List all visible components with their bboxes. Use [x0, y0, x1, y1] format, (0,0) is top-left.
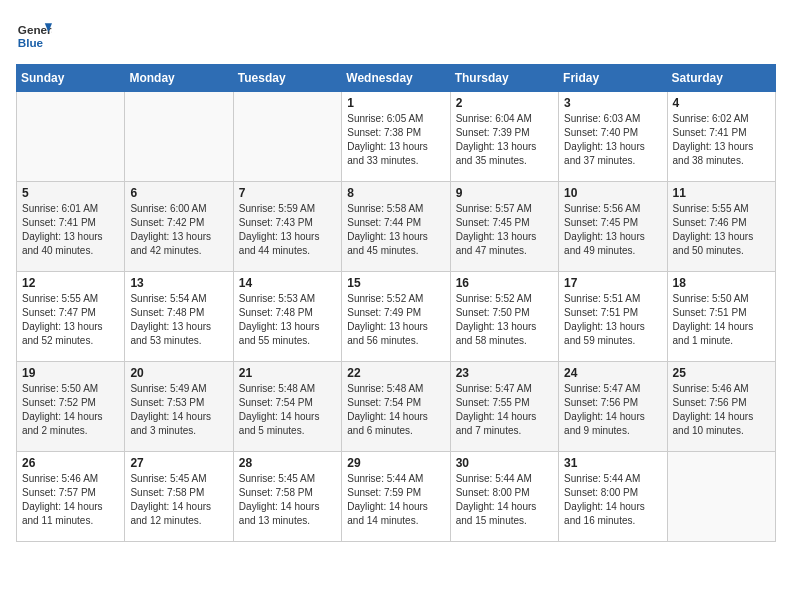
day-info: Sunrise: 5:50 AM Sunset: 7:52 PM Dayligh…: [22, 382, 119, 438]
day-number: 13: [130, 276, 227, 290]
calendar-cell: 20Sunrise: 5:49 AM Sunset: 7:53 PM Dayli…: [125, 362, 233, 452]
calendar-cell: 2Sunrise: 6:04 AM Sunset: 7:39 PM Daylig…: [450, 92, 558, 182]
calendar-cell: 4Sunrise: 6:02 AM Sunset: 7:41 PM Daylig…: [667, 92, 775, 182]
day-number: 1: [347, 96, 444, 110]
day-info: Sunrise: 6:05 AM Sunset: 7:38 PM Dayligh…: [347, 112, 444, 168]
calendar-cell: 22Sunrise: 5:48 AM Sunset: 7:54 PM Dayli…: [342, 362, 450, 452]
day-info: Sunrise: 5:47 AM Sunset: 7:55 PM Dayligh…: [456, 382, 553, 438]
day-number: 17: [564, 276, 661, 290]
header-tuesday: Tuesday: [233, 65, 341, 92]
day-info: Sunrise: 5:45 AM Sunset: 7:58 PM Dayligh…: [239, 472, 336, 528]
day-info: Sunrise: 5:44 AM Sunset: 8:00 PM Dayligh…: [564, 472, 661, 528]
calendar-cell: 13Sunrise: 5:54 AM Sunset: 7:48 PM Dayli…: [125, 272, 233, 362]
day-number: 26: [22, 456, 119, 470]
calendar-cell: 14Sunrise: 5:53 AM Sunset: 7:48 PM Dayli…: [233, 272, 341, 362]
day-number: 4: [673, 96, 770, 110]
day-number: 8: [347, 186, 444, 200]
calendar-cell: 11Sunrise: 5:55 AM Sunset: 7:46 PM Dayli…: [667, 182, 775, 272]
day-number: 6: [130, 186, 227, 200]
calendar-cell: 12Sunrise: 5:55 AM Sunset: 7:47 PM Dayli…: [17, 272, 125, 362]
calendar-cell: 25Sunrise: 5:46 AM Sunset: 7:56 PM Dayli…: [667, 362, 775, 452]
calendar-cell: 16Sunrise: 5:52 AM Sunset: 7:50 PM Dayli…: [450, 272, 558, 362]
calendar-cell: 30Sunrise: 5:44 AM Sunset: 8:00 PM Dayli…: [450, 452, 558, 542]
day-number: 2: [456, 96, 553, 110]
day-info: Sunrise: 5:54 AM Sunset: 7:48 PM Dayligh…: [130, 292, 227, 348]
calendar-cell: 23Sunrise: 5:47 AM Sunset: 7:55 PM Dayli…: [450, 362, 558, 452]
day-info: Sunrise: 5:53 AM Sunset: 7:48 PM Dayligh…: [239, 292, 336, 348]
day-number: 5: [22, 186, 119, 200]
day-info: Sunrise: 6:00 AM Sunset: 7:42 PM Dayligh…: [130, 202, 227, 258]
calendar-cell: 10Sunrise: 5:56 AM Sunset: 7:45 PM Dayli…: [559, 182, 667, 272]
calendar-cell: 15Sunrise: 5:52 AM Sunset: 7:49 PM Dayli…: [342, 272, 450, 362]
calendar-week-row: 5Sunrise: 6:01 AM Sunset: 7:41 PM Daylig…: [17, 182, 776, 272]
day-info: Sunrise: 5:48 AM Sunset: 7:54 PM Dayligh…: [239, 382, 336, 438]
day-number: 19: [22, 366, 119, 380]
day-number: 18: [673, 276, 770, 290]
page-header: General Blue: [16, 16, 776, 52]
calendar-header-row: SundayMondayTuesdayWednesdayThursdayFrid…: [17, 65, 776, 92]
header-friday: Friday: [559, 65, 667, 92]
day-info: Sunrise: 5:52 AM Sunset: 7:49 PM Dayligh…: [347, 292, 444, 348]
day-info: Sunrise: 5:59 AM Sunset: 7:43 PM Dayligh…: [239, 202, 336, 258]
day-number: 27: [130, 456, 227, 470]
svg-text:Blue: Blue: [18, 36, 44, 49]
calendar-week-row: 19Sunrise: 5:50 AM Sunset: 7:52 PM Dayli…: [17, 362, 776, 452]
logo-icon: General Blue: [16, 16, 52, 52]
day-info: Sunrise: 5:49 AM Sunset: 7:53 PM Dayligh…: [130, 382, 227, 438]
day-number: 22: [347, 366, 444, 380]
day-info: Sunrise: 5:44 AM Sunset: 7:59 PM Dayligh…: [347, 472, 444, 528]
header-sunday: Sunday: [17, 65, 125, 92]
calendar-cell: 8Sunrise: 5:58 AM Sunset: 7:44 PM Daylig…: [342, 182, 450, 272]
calendar-cell: 1Sunrise: 6:05 AM Sunset: 7:38 PM Daylig…: [342, 92, 450, 182]
day-info: Sunrise: 5:52 AM Sunset: 7:50 PM Dayligh…: [456, 292, 553, 348]
calendar-cell: [233, 92, 341, 182]
day-info: Sunrise: 5:50 AM Sunset: 7:51 PM Dayligh…: [673, 292, 770, 348]
day-number: 24: [564, 366, 661, 380]
day-info: Sunrise: 5:48 AM Sunset: 7:54 PM Dayligh…: [347, 382, 444, 438]
day-number: 25: [673, 366, 770, 380]
logo: General Blue: [16, 16, 52, 52]
calendar-week-row: 1Sunrise: 6:05 AM Sunset: 7:38 PM Daylig…: [17, 92, 776, 182]
day-info: Sunrise: 5:46 AM Sunset: 7:56 PM Dayligh…: [673, 382, 770, 438]
calendar-cell: 27Sunrise: 5:45 AM Sunset: 7:58 PM Dayli…: [125, 452, 233, 542]
calendar-week-row: 26Sunrise: 5:46 AM Sunset: 7:57 PM Dayli…: [17, 452, 776, 542]
day-number: 15: [347, 276, 444, 290]
day-number: 9: [456, 186, 553, 200]
calendar-cell: 21Sunrise: 5:48 AM Sunset: 7:54 PM Dayli…: [233, 362, 341, 452]
day-number: 28: [239, 456, 336, 470]
calendar-table: SundayMondayTuesdayWednesdayThursdayFrid…: [16, 64, 776, 542]
day-number: 29: [347, 456, 444, 470]
calendar-cell: 28Sunrise: 5:45 AM Sunset: 7:58 PM Dayli…: [233, 452, 341, 542]
day-number: 14: [239, 276, 336, 290]
calendar-cell: 7Sunrise: 5:59 AM Sunset: 7:43 PM Daylig…: [233, 182, 341, 272]
calendar-cell: 9Sunrise: 5:57 AM Sunset: 7:45 PM Daylig…: [450, 182, 558, 272]
header-monday: Monday: [125, 65, 233, 92]
day-info: Sunrise: 5:56 AM Sunset: 7:45 PM Dayligh…: [564, 202, 661, 258]
calendar-cell: 24Sunrise: 5:47 AM Sunset: 7:56 PM Dayli…: [559, 362, 667, 452]
header-saturday: Saturday: [667, 65, 775, 92]
calendar-cell: 18Sunrise: 5:50 AM Sunset: 7:51 PM Dayli…: [667, 272, 775, 362]
day-info: Sunrise: 5:44 AM Sunset: 8:00 PM Dayligh…: [456, 472, 553, 528]
day-info: Sunrise: 6:03 AM Sunset: 7:40 PM Dayligh…: [564, 112, 661, 168]
day-number: 20: [130, 366, 227, 380]
day-number: 21: [239, 366, 336, 380]
calendar-cell: [667, 452, 775, 542]
day-info: Sunrise: 5:47 AM Sunset: 7:56 PM Dayligh…: [564, 382, 661, 438]
calendar-cell: [17, 92, 125, 182]
day-number: 31: [564, 456, 661, 470]
calendar-cell: 29Sunrise: 5:44 AM Sunset: 7:59 PM Dayli…: [342, 452, 450, 542]
calendar-cell: 17Sunrise: 5:51 AM Sunset: 7:51 PM Dayli…: [559, 272, 667, 362]
calendar-cell: [125, 92, 233, 182]
calendar-week-row: 12Sunrise: 5:55 AM Sunset: 7:47 PM Dayli…: [17, 272, 776, 362]
day-info: Sunrise: 5:55 AM Sunset: 7:46 PM Dayligh…: [673, 202, 770, 258]
day-info: Sunrise: 5:45 AM Sunset: 7:58 PM Dayligh…: [130, 472, 227, 528]
calendar-cell: 6Sunrise: 6:00 AM Sunset: 7:42 PM Daylig…: [125, 182, 233, 272]
day-number: 23: [456, 366, 553, 380]
day-info: Sunrise: 5:55 AM Sunset: 7:47 PM Dayligh…: [22, 292, 119, 348]
day-number: 30: [456, 456, 553, 470]
day-info: Sunrise: 5:46 AM Sunset: 7:57 PM Dayligh…: [22, 472, 119, 528]
day-number: 12: [22, 276, 119, 290]
calendar-cell: 19Sunrise: 5:50 AM Sunset: 7:52 PM Dayli…: [17, 362, 125, 452]
day-number: 3: [564, 96, 661, 110]
header-thursday: Thursday: [450, 65, 558, 92]
